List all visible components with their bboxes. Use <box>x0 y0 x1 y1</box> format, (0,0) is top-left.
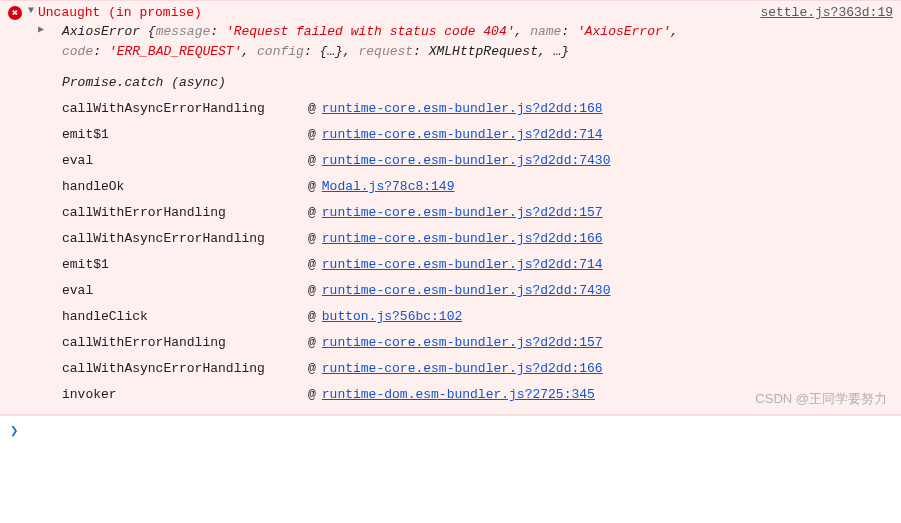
disclosure-triangle-down-icon[interactable]: ▼ <box>28 5 34 16</box>
stack-frame-function: callWithAsyncErrorHandling <box>62 226 308 252</box>
stack-frame: emit$1@runtime-core.esm-bundler.js?d2dd:… <box>62 252 893 278</box>
stack-frame: eval@runtime-core.esm-bundler.js?d2dd:74… <box>62 278 893 304</box>
chevron-right-icon: ❯ <box>10 423 18 439</box>
stack-frame-link[interactable]: runtime-core.esm-bundler.js?d2dd:166 <box>322 356 603 382</box>
stack-frame: handleClick@button.js?56bc:102 <box>62 304 893 330</box>
at-symbol: @ <box>308 278 316 304</box>
error-source-link[interactable]: settle.js?363d:19 <box>760 5 893 20</box>
stack-frame-function: handleOk <box>62 174 308 200</box>
stack-frame-link[interactable]: runtime-core.esm-bundler.js?d2dd:714 <box>322 252 603 278</box>
stack-frame-function: callWithAsyncErrorHandling <box>62 96 308 122</box>
error-object-name: AxiosError <box>62 24 140 39</box>
stack-frame: callWithAsyncErrorHandling@runtime-core.… <box>62 96 893 122</box>
stack-frame: invoker@runtime-dom.esm-bundler.js?2725:… <box>62 382 893 408</box>
stack-frame-link[interactable]: runtime-core.esm-bundler.js?d2dd:157 <box>322 330 603 356</box>
stack-frame-function: callWithErrorHandling <box>62 330 308 356</box>
stack-frame-link[interactable]: runtime-dom.esm-bundler.js?2725:345 <box>322 382 595 408</box>
stack-frame: handleOk@Modal.js?78c8:149 <box>62 174 893 200</box>
stack-frame-link[interactable]: runtime-core.esm-bundler.js?d2dd:157 <box>322 200 603 226</box>
stack-frame: eval@runtime-core.esm-bundler.js?d2dd:74… <box>62 148 893 174</box>
stack-frame-function: callWithAsyncErrorHandling <box>62 356 308 382</box>
stack-frame-function: invoker <box>62 382 308 408</box>
stack-frame-function: callWithErrorHandling <box>62 200 308 226</box>
at-symbol: @ <box>308 252 316 278</box>
at-symbol: @ <box>308 356 316 382</box>
console-error-message: ✖ ▼ Uncaught (in promise) settle.js?363d… <box>0 0 901 415</box>
stack-frame-function: handleClick <box>62 304 308 330</box>
at-symbol: @ <box>308 174 316 200</box>
stack-frame-function: eval <box>62 278 308 304</box>
at-symbol: @ <box>308 148 316 174</box>
stack-frame-link[interactable]: button.js?56bc:102 <box>322 304 462 330</box>
stack-frame-link[interactable]: Modal.js?78c8:149 <box>322 174 455 200</box>
error-icon: ✖ <box>8 6 22 20</box>
stack-frame: callWithAsyncErrorHandling@runtime-core.… <box>62 356 893 382</box>
stack-frame-link[interactable]: runtime-core.esm-bundler.js?d2dd:166 <box>322 226 603 252</box>
stack-frame-function: emit$1 <box>62 122 308 148</box>
at-symbol: @ <box>308 304 316 330</box>
stack-frame: emit$1@runtime-core.esm-bundler.js?d2dd:… <box>62 122 893 148</box>
at-symbol: @ <box>308 382 316 408</box>
error-header-row: ✖ ▼ Uncaught (in promise) settle.js?363d… <box>8 5 893 20</box>
stack-frame: callWithAsyncErrorHandling@runtime-core.… <box>62 226 893 252</box>
at-symbol: @ <box>308 122 316 148</box>
at-symbol: @ <box>308 96 316 122</box>
stack-frame-link[interactable]: runtime-core.esm-bundler.js?d2dd:168 <box>322 96 603 122</box>
at-symbol: @ <box>308 330 316 356</box>
stack-frame-function: eval <box>62 148 308 174</box>
at-symbol: @ <box>308 226 316 252</box>
at-symbol: @ <box>308 200 316 226</box>
stack-trace: Promise.catch (async) callWithAsyncError… <box>62 70 893 408</box>
async-boundary: Promise.catch (async) <box>62 70 893 96</box>
stack-frame-link[interactable]: runtime-core.esm-bundler.js?d2dd:7430 <box>322 148 611 174</box>
console-prompt[interactable]: ❯ <box>0 415 901 445</box>
stack-frame-link[interactable]: runtime-core.esm-bundler.js?d2dd:7430 <box>322 278 611 304</box>
stack-frame: callWithErrorHandling@runtime-core.esm-b… <box>62 330 893 356</box>
error-label: Uncaught (in promise) <box>38 5 202 20</box>
error-object-preview: ▶ AxiosError {message: 'Request failed w… <box>38 20 893 70</box>
stack-frame-function: emit$1 <box>62 252 308 278</box>
stack-frame-link[interactable]: runtime-core.esm-bundler.js?d2dd:714 <box>322 122 603 148</box>
stack-frame: callWithErrorHandling@runtime-core.esm-b… <box>62 200 893 226</box>
disclosure-triangle-right-icon[interactable]: ▶ <box>38 22 44 38</box>
